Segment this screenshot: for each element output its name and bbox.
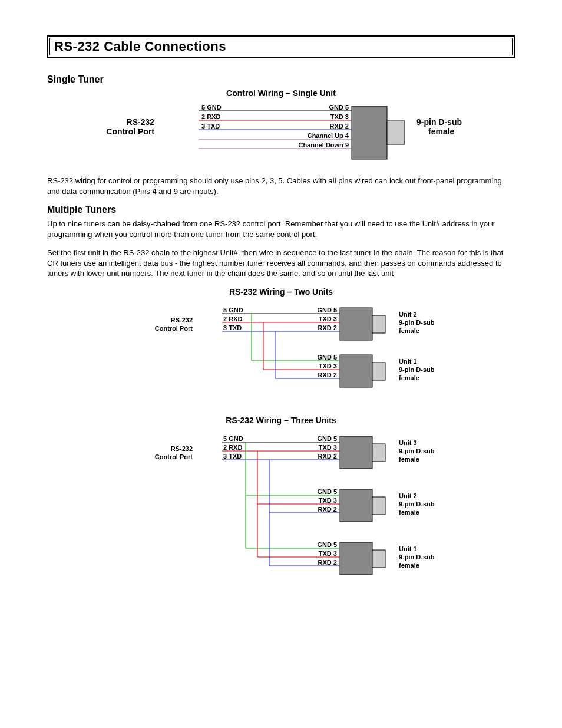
svg-text:female: female <box>428 127 455 136</box>
svg-rect-52 <box>340 542 372 575</box>
svg-rect-53 <box>372 550 385 568</box>
svg-text:Control Port: Control Port <box>106 127 154 136</box>
svg-text:GND   5: GND 5 <box>317 488 337 495</box>
svg-text:9-pin D-sub: 9-pin D-sub <box>416 117 462 127</box>
svg-rect-42 <box>340 436 372 469</box>
diagram-three-units: RS-232 Control Port Unit 3 9-pin D-sub f… <box>47 427 515 592</box>
paragraph-single: RS-232 wiring for control or programming… <box>47 176 515 196</box>
diagram-title-three: RS-232 Wiring – Three Units <box>47 416 515 425</box>
svg-text:2  RXD: 2 RXD <box>223 315 242 322</box>
svg-text:female: female <box>399 374 419 381</box>
svg-text:TXD   3: TXD 3 <box>319 444 337 451</box>
svg-text:GND   5: GND 5 <box>317 354 337 361</box>
pin-left-gnd: 5 GND <box>201 104 222 111</box>
svg-text:9-pin D-sub: 9-pin D-sub <box>399 366 435 373</box>
svg-text:TXD   3: TXD 3 <box>319 315 337 322</box>
svg-text:RXD   2: RXD 2 <box>318 371 337 378</box>
svg-text:female: female <box>399 509 419 516</box>
svg-rect-19 <box>372 315 385 333</box>
svg-text:Unit 2: Unit 2 <box>399 311 417 318</box>
svg-text:female: female <box>399 562 419 569</box>
svg-text:3  TXD: 3 TXD <box>223 324 242 331</box>
svg-text:9-pin D-sub: 9-pin D-sub <box>399 500 435 508</box>
svg-text:RXD   2: RXD 2 <box>318 506 337 513</box>
svg-text:9-pin D-sub: 9-pin D-sub <box>399 554 435 561</box>
svg-text:Unit 1: Unit 1 <box>399 358 417 365</box>
svg-text:Unit 3: Unit 3 <box>399 439 417 446</box>
pin-left-txd: 3 TXD <box>201 123 220 130</box>
svg-text:RXD   2: RXD 2 <box>330 123 349 130</box>
svg-text:3  TXD: 3 TXD <box>223 453 242 460</box>
svg-text:female: female <box>399 456 419 463</box>
svg-rect-18 <box>340 308 372 340</box>
page-title-box: RS-232 Cable Connections <box>47 35 515 58</box>
svg-text:TXD   3: TXD 3 <box>330 113 349 120</box>
paragraph-multi-1: Up to nine tuners can be daisy-chained f… <box>47 219 515 239</box>
heading-single-tuner: Single Tuner <box>47 74 515 85</box>
paragraph-multi-2: Set the first unit in the RS-232 chain t… <box>47 248 515 279</box>
svg-text:5  GND: 5 GND <box>223 435 243 442</box>
svg-text:RS-232: RS-232 <box>171 317 193 324</box>
svg-text:TXD   3: TXD 3 <box>319 497 337 504</box>
svg-text:Control Port: Control Port <box>155 453 193 460</box>
svg-rect-4 <box>352 106 387 159</box>
heading-multiple-tuners: Multiple Tuners <box>47 205 515 215</box>
diagram-single-unit: RS-232 Control Port 9-pin D-sub female 5… <box>47 100 515 165</box>
svg-text:RS-232: RS-232 <box>127 117 155 127</box>
svg-text:GND   5: GND 5 <box>317 307 337 314</box>
svg-text:Unit 2: Unit 2 <box>399 492 417 499</box>
diagram-title-single: Control Wiring – Single Unit <box>47 88 515 98</box>
svg-text:9-pin D-sub: 9-pin D-sub <box>399 447 435 454</box>
svg-text:RXD   2: RXD 2 <box>318 324 337 331</box>
svg-text:TXD   3: TXD 3 <box>319 363 337 370</box>
svg-text:female: female <box>399 327 419 334</box>
svg-rect-24 <box>372 363 385 380</box>
svg-text:Channel Up   4: Channel Up 4 <box>308 132 349 139</box>
svg-rect-23 <box>340 355 372 387</box>
svg-text:Channel Down   9: Channel Down 9 <box>298 141 349 149</box>
svg-text:RS-232: RS-232 <box>171 445 193 452</box>
pin-left-rxd: 2 RXD <box>201 113 220 120</box>
svg-text:5  GND: 5 GND <box>223 307 243 314</box>
svg-text:GND   5: GND 5 <box>317 435 337 442</box>
svg-text:GND   5: GND 5 <box>317 541 337 548</box>
svg-text:Unit 1: Unit 1 <box>399 545 417 552</box>
page-title: RS-232 Cable Connections <box>54 39 508 54</box>
svg-text:RXD   2: RXD 2 <box>318 453 337 460</box>
svg-text:Control Port: Control Port <box>155 325 193 332</box>
diagram-two-units: RS-232 Control Port Unit 2 9-pin D-sub f… <box>47 299 515 405</box>
svg-rect-47 <box>340 489 372 522</box>
svg-rect-48 <box>372 497 385 515</box>
svg-text:2  RXD: 2 RXD <box>223 444 242 451</box>
svg-text:9-pin D-sub: 9-pin D-sub <box>399 319 435 326</box>
svg-text:TXD   3: TXD 3 <box>319 550 337 557</box>
diagram-title-two: RS-232 Wiring – Two Units <box>47 287 515 297</box>
svg-text:GND   5: GND 5 <box>329 104 349 111</box>
svg-rect-5 <box>387 121 405 144</box>
svg-rect-43 <box>372 444 385 462</box>
svg-text:RXD   2: RXD 2 <box>318 559 337 566</box>
